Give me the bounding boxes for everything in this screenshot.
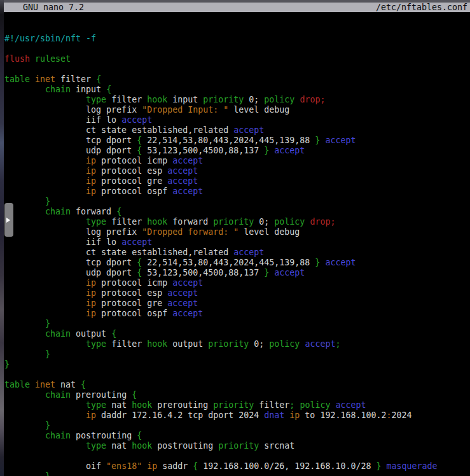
code-token: inet <box>35 380 55 389</box>
code-token: { <box>81 380 86 389</box>
code-token: srcnat <box>259 441 294 451</box>
code-token: ; <box>335 339 340 349</box>
code-token: to 192.168.100.2 <box>300 410 386 420</box>
code-token: udp dport <box>4 268 137 277</box>
code-token: "ens18" <box>106 461 142 471</box>
code-token: output <box>71 329 111 339</box>
code-line: udp dport { 53,123,500,4500,88,137 } acc… <box>4 268 470 278</box>
code-line: udp dport { 53,123,500,4500,88,137 } acc… <box>4 146 470 156</box>
editor-area[interactable]: #!/usr/sbin/nft -f flush ruleset table i… <box>4 12 470 476</box>
code-token: policy <box>269 339 300 349</box>
code-line: ct state established,related accept <box>4 248 470 258</box>
code-token: level debug <box>238 227 300 237</box>
code-token: prerouting <box>152 400 213 410</box>
code-line: ip protocol esp accept <box>4 166 470 176</box>
code-line: type filter hook output priority 0; poli… <box>4 339 470 349</box>
code-token: accept <box>233 248 264 257</box>
code-token <box>4 166 86 176</box>
code-token <box>4 329 45 339</box>
code-token <box>4 431 45 440</box>
code-line: ip protocol gre accept <box>4 298 470 309</box>
code-token: ip <box>86 156 96 165</box>
code-line: type nat hook prerouting priority filter… <box>4 400 470 410</box>
code-token: ct state established,related <box>4 248 233 257</box>
code-token: inet <box>35 74 55 84</box>
code-token: nat <box>55 380 81 389</box>
nano-titlebar: GNU nano 7.2 /etc/nftables.conf <box>4 3 470 12</box>
code-token <box>4 390 45 400</box>
code-token: priority <box>213 217 254 227</box>
code-token: priority <box>218 441 259 451</box>
code-token: type <box>86 95 106 104</box>
code-token <box>4 85 45 94</box>
code-token: filter <box>106 217 147 227</box>
code-token <box>4 319 45 328</box>
code-token: ip <box>86 298 96 308</box>
code-line: } <box>4 319 470 329</box>
chevron-right-icon <box>6 218 10 223</box>
code-line: chain postrouting { <box>4 431 470 441</box>
code-token: table <box>4 74 30 84</box>
drawer-handle[interactable] <box>4 203 13 237</box>
code-token: drop; <box>300 95 325 104</box>
code-token <box>4 217 86 227</box>
code-token: ruleset <box>35 54 71 64</box>
code-token: } <box>45 349 50 359</box>
code-line: type filter hook forward priority 0; pol… <box>4 217 470 227</box>
code-line: chain input { <box>4 85 470 95</box>
code-token: iif lo <box>4 237 121 247</box>
code-token: input <box>71 85 106 94</box>
code-line: } <box>4 472 470 476</box>
code-line: flush ruleset <box>4 54 470 64</box>
code-token: accept <box>325 258 356 267</box>
code-token: forward <box>167 217 213 227</box>
code-token <box>4 186 86 196</box>
code-line <box>4 44 470 54</box>
code-token: hook <box>132 441 152 451</box>
code-token: ip <box>86 309 96 318</box>
code-line: chain forward { <box>4 207 470 217</box>
code-token: policy <box>300 400 330 410</box>
code-token: ip <box>86 186 96 196</box>
code-line <box>4 370 470 380</box>
code-token: tcp dport <box>4 258 137 267</box>
code-token: } <box>45 421 50 430</box>
code-line: } <box>4 421 470 431</box>
code-token <box>4 278 86 288</box>
code-token: protocol ospf <box>96 309 172 318</box>
code-token: chain <box>45 390 71 400</box>
code-token: protocol esp <box>96 288 167 298</box>
code-line: type filter hook input priority 0; polic… <box>4 95 470 105</box>
code-token: hook <box>147 339 167 349</box>
code-token: accept <box>172 186 203 196</box>
code-token: accept <box>167 166 198 176</box>
code-token: 22,514,53,80,443,2024,445,139,88 <box>142 136 315 145</box>
code-token: postrouting <box>152 441 218 451</box>
code-token: ip <box>147 461 157 471</box>
nano-file-path: /etc/nftables.conf <box>376 3 467 12</box>
code-token: { <box>137 136 142 145</box>
code-token: nat <box>106 400 132 410</box>
code-token: accept <box>233 125 264 135</box>
code-token: 0; <box>254 217 274 227</box>
code-token: 53,123,500,4500,88,137 <box>142 268 264 277</box>
code-token: } <box>45 197 50 206</box>
code-line <box>4 64 470 74</box>
code-token: hook <box>147 217 167 227</box>
code-line: ip protocol esp accept <box>4 288 470 298</box>
code-token: tcp dport <box>4 136 137 145</box>
code-line: oif "ens18" ip saddr { 192.168.100.0/26,… <box>4 461 470 472</box>
code-token: accept <box>167 288 198 298</box>
code-line: iif lo accept <box>4 237 470 248</box>
code-token: oif <box>4 461 106 471</box>
code-token: iif lo <box>4 115 121 125</box>
code-token <box>4 95 86 104</box>
code-token: daddr 172.16.4.2 tcp dport 2024 <box>96 410 264 420</box>
code-token: 22,514,53,80,443,2024,445,139,88 <box>142 258 315 267</box>
code-token: filter <box>106 95 147 104</box>
code-line: ip protocol gre accept <box>4 176 470 186</box>
code-token: protocol esp <box>96 166 167 176</box>
code-line <box>4 451 470 461</box>
code-token: type <box>86 339 106 349</box>
code-token: accept <box>305 339 335 349</box>
